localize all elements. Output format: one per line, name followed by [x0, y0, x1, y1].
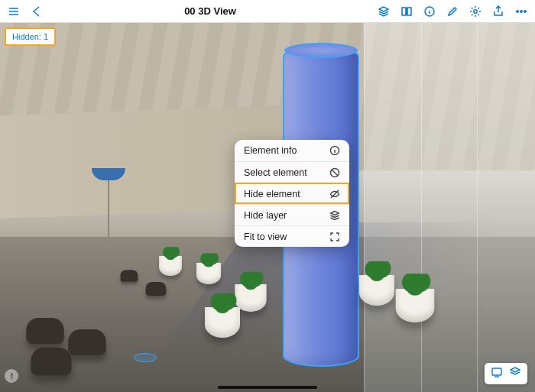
info-icon[interactable]: [423, 5, 436, 18]
info-circle-icon: [329, 145, 340, 156]
scene-planter: [159, 256, 182, 276]
svg-point-2: [517, 10, 518, 11]
walk-mode-icon[interactable]: [5, 369, 18, 383]
fit-icon: [329, 232, 340, 242]
scene-planter: [359, 275, 394, 306]
book-icon[interactable]: [400, 5, 413, 18]
menu-item-label: Select element: [244, 167, 307, 178]
scene-planter: [205, 307, 240, 338]
view-title: 00 3D View: [43, 5, 378, 17]
view-mode-control[interactable]: [485, 363, 527, 384]
menu-item-hide-element[interactable]: Hide element: [235, 183, 349, 204]
menu-item-label: Fit to view: [244, 232, 287, 242]
screen-icon[interactable]: [491, 366, 503, 381]
scene-chair: [121, 270, 138, 282]
toolbar-right-group: [378, 5, 535, 18]
menu-item-fit-to-view[interactable]: Fit to view: [235, 225, 349, 247]
layers-icon: [329, 210, 340, 221]
target-icon: [329, 167, 340, 178]
menu-icon[interactable]: [8, 5, 20, 18]
svg-point-4: [524, 10, 526, 11]
menu-item-element-info[interactable]: Element info: [235, 140, 349, 161]
scene-chair: [26, 318, 63, 344]
hidden-count-badge[interactable]: Hidden: 1: [5, 28, 56, 46]
more-icon[interactable]: [515, 5, 527, 18]
scene-chair: [31, 348, 71, 375]
back-icon[interactable]: [31, 5, 43, 18]
scene-planter: [396, 289, 435, 322]
menu-item-label: Element info: [244, 145, 297, 156]
scene-lamp: [92, 168, 125, 241]
pencil-icon[interactable]: [446, 5, 459, 18]
scene-chair: [68, 329, 105, 355]
navigation-disc[interactable]: [134, 353, 157, 362]
eye-off-icon: [329, 189, 340, 199]
menu-item-label: Hide layer: [244, 210, 287, 221]
menu-item-label: Hide element: [244, 189, 300, 199]
svg-point-3: [520, 10, 522, 11]
top-toolbar: 00 3D View: [0, 0, 535, 23]
svg-rect-8: [492, 368, 501, 375]
layers-icon[interactable]: [378, 5, 390, 18]
scene-chair: [146, 282, 167, 296]
menu-item-hide-layer[interactable]: Hide layer: [235, 204, 349, 225]
scene-glass-wall: [364, 23, 535, 392]
scene-planter: [196, 263, 221, 284]
app-window: 00 3D View Hidden: 1: [0, 0, 535, 392]
menu-item-select-element[interactable]: Select element: [235, 161, 349, 183]
home-indicator: [218, 386, 317, 389]
share-icon[interactable]: [492, 5, 504, 18]
svg-point-1: [474, 9, 477, 12]
toolbar-left-group: [0, 5, 43, 18]
context-menu: Element info Select element Hide element…: [235, 140, 349, 247]
gear-icon[interactable]: [469, 5, 481, 18]
layer-stack-icon[interactable]: [509, 366, 521, 381]
